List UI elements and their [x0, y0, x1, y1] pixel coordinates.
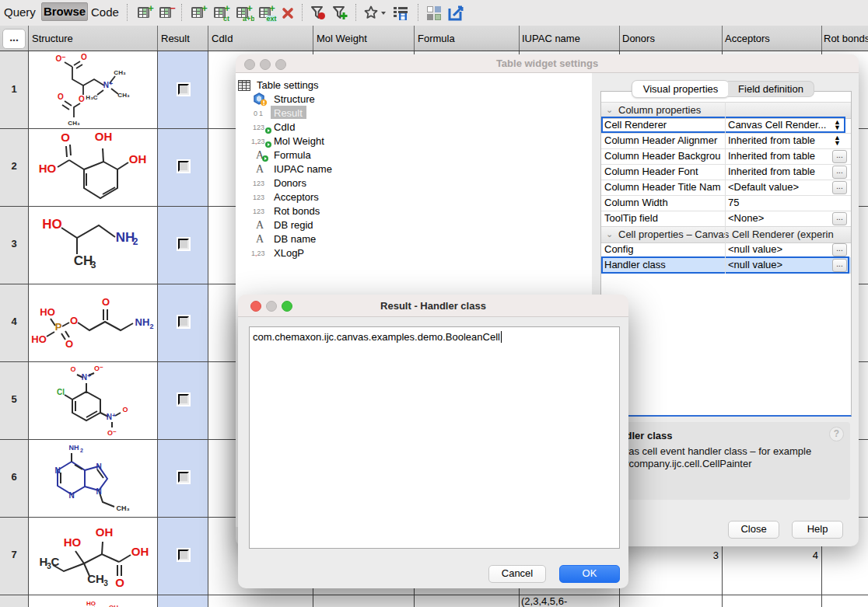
- svg-text:N⁺: N⁺: [82, 373, 92, 382]
- svg-text:−: −: [170, 5, 176, 14]
- svg-text:CH₃: CH₃: [117, 92, 130, 99]
- svg-text:OH: OH: [131, 545, 149, 558]
- svg-text:O: O: [70, 315, 78, 326]
- svg-text:+: +: [224, 5, 230, 14]
- svg-text:C: C: [51, 555, 60, 568]
- svg-text:HO: HO: [42, 217, 62, 232]
- svg-text:O: O: [81, 53, 87, 61]
- svg-text:O: O: [122, 406, 128, 413]
- svg-text:CH: CH: [74, 253, 93, 268]
- svg-text:CH₃: CH₃: [68, 120, 80, 127]
- svg-text:O: O: [70, 365, 75, 373]
- svg-text:N⁺: N⁺: [107, 413, 117, 421]
- svg-text:3: 3: [91, 260, 96, 270]
- svg-text:HO: HO: [39, 162, 57, 175]
- svg-text:O: O: [102, 296, 110, 308]
- svg-text:CH₃: CH₃: [116, 504, 129, 512]
- svg-text:a+b: a+b: [243, 15, 254, 22]
- svg-text:O: O: [115, 576, 124, 589]
- svg-text:OH: OH: [96, 525, 114, 539]
- svg-text:2: 2: [149, 323, 153, 330]
- svg-text:N⁺: N⁺: [103, 81, 114, 89]
- svg-text:HO: HO: [31, 333, 47, 345]
- svg-text:O: O: [79, 95, 85, 103]
- svg-text:+: +: [269, 5, 275, 14]
- svg-text:O⁻: O⁻: [55, 54, 65, 63]
- svg-text:N: N: [96, 462, 101, 471]
- svg-text:ext: ext: [266, 15, 276, 22]
- svg-text:O: O: [61, 131, 70, 144]
- svg-text:CH₃: CH₃: [114, 69, 126, 76]
- svg-text:N: N: [96, 487, 101, 496]
- svg-text:2: 2: [133, 236, 138, 247]
- svg-text:H₃C: H₃C: [86, 94, 97, 101]
- svg-text:ct: ct: [223, 15, 229, 22]
- svg-text:3: 3: [103, 579, 108, 588]
- svg-text:HO: HO: [64, 535, 82, 549]
- svg-text:P: P: [55, 321, 62, 333]
- svg-text:NH: NH: [135, 316, 150, 328]
- svg-text:O⁻: O⁻: [107, 429, 117, 437]
- svg-text:Cl: Cl: [57, 388, 65, 396]
- svg-text:O: O: [58, 92, 64, 101]
- svg-text:NH: NH: [69, 444, 79, 452]
- svg-text:+: +: [148, 5, 154, 14]
- svg-text:O⁻: O⁻: [94, 365, 103, 372]
- svg-text:+: +: [247, 5, 253, 14]
- svg-text:N: N: [54, 466, 60, 475]
- svg-text:OH: OH: [95, 130, 113, 143]
- svg-text:CH: CH: [87, 572, 104, 585]
- svg-text:O: O: [65, 338, 73, 350]
- svg-text:HO: HO: [40, 306, 55, 318]
- svg-text:OH: OH: [109, 604, 118, 607]
- svg-text:+: +: [201, 5, 208, 14]
- svg-text:NH: NH: [116, 230, 135, 245]
- svg-text:HO: HO: [86, 600, 96, 607]
- svg-text:OH: OH: [129, 152, 147, 166]
- svg-text:2: 2: [80, 448, 83, 453]
- svg-text:N: N: [68, 491, 74, 500]
